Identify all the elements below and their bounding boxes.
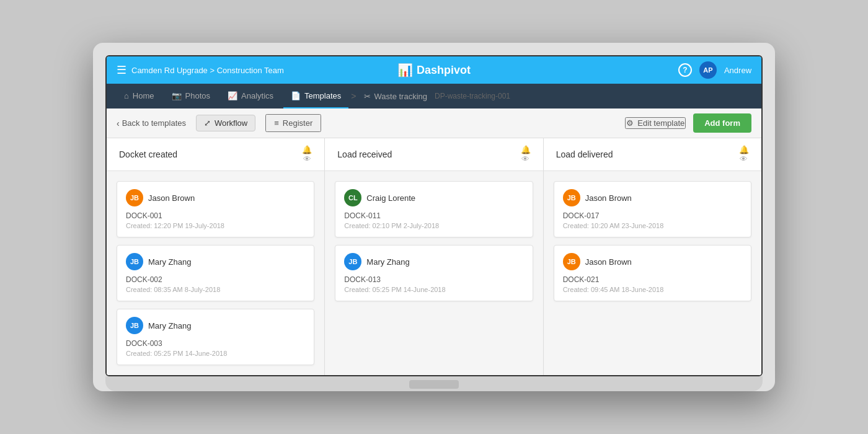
top-bar-left: ☰ Camden Rd Upgrade > Construction Team (117, 63, 397, 77)
table-row[interactable]: CL Craig Lorente DOCK-011 Created: 02:10… (335, 181, 533, 237)
card-date: Created: 05:25 PM 14-June-2018 (344, 286, 523, 293)
card-header: JB Jason Brown (563, 253, 742, 270)
card-dock-id: DOCK-017 (563, 211, 742, 220)
table-row[interactable]: JB Jason Brown DOCK-021 Created: 09:45 A… (554, 245, 751, 301)
eye-icon[interactable]: 👁 (303, 155, 311, 163)
column-body-docket-created: JB Jason Brown DOCK-001 Created: 12:20 P… (107, 171, 324, 375)
bell-icon[interactable]: 🔔 (521, 146, 531, 154)
nav-label-home: Home (133, 91, 154, 100)
avatar: CL (344, 189, 361, 206)
card-header: JB Jason Brown (126, 189, 305, 206)
card-dock-id: DOCK-021 (563, 275, 742, 284)
back-to-templates-link[interactable]: ‹ Back to templates (117, 118, 186, 128)
add-form-button[interactable]: Add form (693, 113, 751, 133)
back-label: Back to templates (122, 118, 186, 128)
nav-item-waste-tracking[interactable]: ✂ Waste tracking (359, 84, 433, 108)
laptop-bottom (105, 376, 763, 391)
waste-tracking-icon: ✂ (364, 92, 371, 101)
column-icons-load-delivered: 🔔 👁 (739, 146, 749, 163)
avatar: AP (699, 61, 717, 79)
laptop-frame: ☰ Camden Rd Upgrade > Construction Team … (93, 43, 775, 391)
table-row[interactable]: JB Jason Brown DOCK-017 Created: 10:20 A… (554, 181, 751, 237)
avatar: JB (563, 189, 580, 206)
breadcrumb: Camden Rd Upgrade > Construction Team (131, 66, 284, 75)
back-arrow-icon: ‹ (117, 118, 120, 128)
bell-icon[interactable]: 🔔 (302, 146, 312, 154)
gear-icon: ⚙ (626, 118, 634, 128)
help-icon[interactable]: ? (678, 63, 692, 77)
eye-icon[interactable]: 👁 (740, 155, 748, 163)
hamburger-icon[interactable]: ☰ (117, 63, 126, 77)
analytics-icon: 📈 (228, 91, 237, 100)
eye-icon[interactable]: 👁 (521, 155, 529, 163)
card-header: JB Mary Zhang (344, 253, 523, 270)
card-dock-id: DOCK-011 (344, 211, 523, 220)
logo-icon: 📊 (397, 63, 413, 78)
register-button[interactable]: ≡ Register (265, 114, 321, 132)
avatar: JB (344, 253, 361, 270)
card-user-name: Mary Zhang (366, 257, 409, 267)
workflow-icon: ⤢ (204, 118, 211, 128)
workflow-button[interactable]: ⤢ Workflow (196, 115, 255, 131)
card-date: Created: 08:35 AM 8-July-2018 (126, 286, 305, 293)
nav-item-home[interactable]: ⌂ Home (117, 84, 162, 108)
toolbar-left: ‹ Back to templates ⤢ Workflow ≡ Registe… (117, 114, 625, 132)
logo-text: Dashpivot (417, 64, 471, 77)
bell-icon[interactable]: 🔔 (739, 146, 749, 154)
nav-item-analytics[interactable]: 📈 Analytics (220, 84, 281, 108)
top-bar: ☰ Camden Rd Upgrade > Construction Team … (107, 56, 761, 84)
workflow-label: Workflow (215, 118, 247, 128)
column-body-load-received: CL Craig Lorente DOCK-011 Created: 02:10… (325, 171, 542, 311)
card-header: JB Mary Zhang (126, 253, 305, 270)
column-header-load-received: Load received 🔔 👁 (325, 138, 542, 171)
nav-label-waste: Waste tracking (374, 92, 428, 101)
templates-icon: 📄 (291, 91, 301, 100)
edit-template-button[interactable]: ⚙ Edit template (625, 117, 686, 129)
card-user-name: Craig Lorente (366, 193, 415, 203)
card-dock-id: DOCK-003 (126, 339, 305, 348)
edit-template-label: Edit template (637, 118, 684, 128)
column-docket-created: Docket created 🔔 👁 JB Jason Brown DOCK-0… (107, 138, 325, 375)
card-date: Created: 05:25 PM 14-June-2018 (126, 350, 305, 357)
nav-label-analytics: Analytics (241, 91, 273, 100)
avatar: JB (126, 253, 143, 270)
register-label: Register (283, 118, 312, 128)
table-row[interactable]: JB Mary Zhang DOCK-013 Created: 05:25 PM… (335, 245, 533, 301)
card-header: JB Jason Brown (563, 189, 742, 206)
column-title-load-received: Load received (337, 149, 392, 159)
column-load-received: Load received 🔔 👁 CL Craig Lorente DOCK-… (325, 138, 543, 375)
table-row[interactable]: JB Jason Brown DOCK-001 Created: 12:20 P… (117, 181, 314, 237)
card-user-name: Jason Brown (585, 193, 632, 203)
photos-icon: 📷 (172, 91, 182, 100)
card-date: Created: 09:45 AM 18-June-2018 (563, 286, 742, 293)
column-header-docket-created: Docket created 🔔 👁 (107, 138, 324, 171)
home-icon: ⌂ (124, 91, 129, 100)
column-load-delivered: Load delivered 🔔 👁 JB Jason Brown DOCK-0… (544, 138, 761, 375)
trackpad (409, 380, 459, 389)
table-row[interactable]: JB Mary Zhang DOCK-003 Created: 05:25 PM… (117, 309, 314, 365)
avatar: JB (126, 317, 143, 334)
screen: ☰ Camden Rd Upgrade > Construction Team … (105, 55, 763, 376)
card-header: CL Craig Lorente (344, 189, 523, 206)
nav-label-photos: Photos (185, 91, 210, 100)
nav-item-templates[interactable]: 📄 Templates (283, 84, 348, 108)
card-dock-id: DOCK-002 (126, 275, 305, 284)
column-header-load-delivered: Load delivered 🔔 👁 (544, 138, 761, 171)
toolbar: ‹ Back to templates ⤢ Workflow ≡ Registe… (107, 108, 761, 138)
avatar: JB (126, 189, 143, 206)
card-header: JB Mary Zhang (126, 317, 305, 334)
logo-area: 📊 Dashpivot (397, 63, 471, 78)
column-icons-docket-created: 🔔 👁 (302, 146, 312, 163)
nav-separator: > (351, 91, 356, 101)
card-user-name: Jason Brown (148, 193, 195, 203)
column-icons-load-received: 🔔 👁 (521, 146, 531, 163)
toolbar-right: ⚙ Edit template Add form (625, 113, 751, 133)
user-name: Andrew (724, 66, 751, 75)
nav-label-templates: Templates (304, 91, 341, 100)
card-user-name: Jason Brown (585, 257, 632, 267)
nav-item-photos[interactable]: 📷 Photos (164, 84, 218, 108)
card-dock-id: DOCK-013 (344, 275, 523, 284)
card-user-name: Mary Zhang (148, 257, 191, 267)
column-title-docket-created: Docket created (119, 149, 177, 159)
table-row[interactable]: JB Mary Zhang DOCK-002 Created: 08:35 AM… (117, 245, 314, 301)
